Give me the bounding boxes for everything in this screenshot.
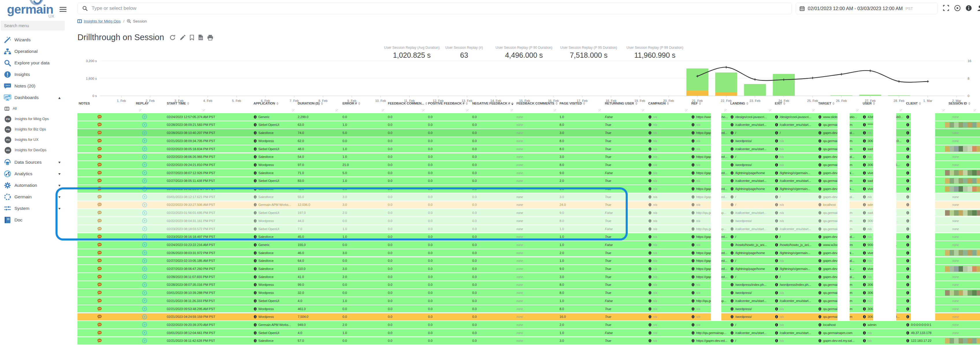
note-icon[interactable] <box>97 153 106 161</box>
filter-resize-handle[interactable] <box>974 109 976 111</box>
column-header-feedback-commen-[interactable]: FEEDBACK COMMEN... <box>388 101 428 105</box>
chevron-up-icon[interactable]: ▲ <box>57 96 61 100</box>
sidebar-item-automation[interactable]: Automation▼ <box>0 180 65 191</box>
sidebar-item-operational[interactable]: Operational <box>0 46 65 57</box>
bookmark-icon[interactable] <box>189 35 194 40</box>
filter-resize-handle[interactable] <box>139 109 141 111</box>
sidebar-item-data-sources[interactable]: Data Sources▼ <box>0 157 65 168</box>
note-icon[interactable] <box>97 265 106 272</box>
note-icon[interactable] <box>97 233 106 241</box>
sort-arrows-icon[interactable] <box>832 102 835 105</box>
sort-arrows-icon[interactable] <box>783 102 786 105</box>
replay-icon[interactable] <box>142 209 151 217</box>
chevron-down-icon[interactable]: ▼ <box>57 160 61 164</box>
session-table-row[interactable]: 02/21/2023 08:11:42.628 PM PSTSalesforce… <box>78 337 980 345</box>
replay-icon[interactable] <box>142 201 151 209</box>
filter-resize-handle[interactable] <box>899 109 902 111</box>
replay-icon[interactable] <box>142 161 151 169</box>
chevron-down-icon[interactable]: ▼ <box>57 172 61 176</box>
note-icon[interactable] <box>97 257 106 265</box>
sort-arrows-icon[interactable] <box>187 102 189 105</box>
filter-resize-handle[interactable] <box>511 109 513 111</box>
user-icon[interactable] <box>977 5 980 11</box>
note-icon[interactable] <box>97 321 106 329</box>
sort-arrows-icon[interactable] <box>699 102 701 105</box>
replay-icon[interactable] <box>142 273 151 281</box>
filter-resize-handle[interactable] <box>685 109 687 111</box>
column-header-feedback-comments[interactable]: FEEDBACK COMMENTS <box>517 101 558 105</box>
chevron-down-icon[interactable]: ▼ <box>57 207 61 210</box>
filter-resize-handle[interactable] <box>202 109 205 111</box>
replay-icon[interactable] <box>142 265 151 272</box>
note-icon[interactable] <box>97 129 106 136</box>
play-button[interactable] <box>954 5 961 11</box>
column-header-negative-feedback-[interactable]: NEGATIVE FEEDBACK # <box>472 101 514 105</box>
replay-icon[interactable] <box>142 121 151 129</box>
note-icon[interactable] <box>97 297 106 305</box>
sort-arrows-icon[interactable] <box>635 102 638 105</box>
csv-export-icon[interactable]: CSV <box>198 34 203 40</box>
menu-search[interactable] <box>1 21 65 31</box>
filter-resize-handle[interactable] <box>724 109 727 111</box>
column-header-application[interactable]: APPLICATION <box>253 101 278 105</box>
column-header-ref[interactable]: REF <box>691 101 701 105</box>
replay-icon[interactable] <box>142 249 151 256</box>
replay-icon[interactable] <box>142 129 151 136</box>
replay-icon[interactable] <box>142 169 151 177</box>
note-icon[interactable] <box>97 249 106 256</box>
sort-arrows-icon[interactable] <box>276 102 278 105</box>
session-table-row[interactable]: 03/01/2023 08:12:04.661 PM PSTSiebel Ope… <box>78 329 980 337</box>
replay-icon[interactable] <box>142 305 151 313</box>
date-range-picker[interactable]: 02/01/2023 12:00 AM - 03/03/2023 12:00 A… <box>795 3 938 14</box>
column-header-duration-s-[interactable]: DURATION (S) <box>298 101 323 105</box>
global-search-input[interactable] <box>91 5 757 11</box>
filter-resize-handle[interactable] <box>942 109 945 111</box>
note-icon[interactable] <box>97 217 106 225</box>
session-table-row[interactable]: 02/22/2023 09:20:39.370 AM PSTGermain AP… <box>78 321 980 329</box>
note-icon[interactable] <box>97 185 106 193</box>
sort-arrows-icon[interactable] <box>873 102 875 105</box>
note-icon[interactable] <box>97 273 106 281</box>
note-icon[interactable] <box>97 225 106 233</box>
filter-resize-handle[interactable] <box>466 109 468 111</box>
refresh-icon[interactable] <box>169 34 176 41</box>
replay-icon[interactable] <box>142 233 151 241</box>
note-icon[interactable] <box>97 145 106 153</box>
note-icon[interactable] <box>97 137 106 145</box>
replay-icon[interactable] <box>142 145 151 153</box>
note-icon[interactable] <box>97 329 106 337</box>
sidebar-subitem-insights-for-biz-ops[interactable]: IFBInsights for Biz Ops <box>0 124 65 135</box>
note-icon[interactable] <box>97 281 106 289</box>
hamburger-menu-icon[interactable] <box>59 7 67 12</box>
note-icon[interactable] <box>97 289 106 296</box>
note-icon[interactable] <box>97 305 106 313</box>
filter-resize-handle[interactable] <box>554 109 556 111</box>
column-header-start-time[interactable]: START TIME <box>167 101 189 105</box>
sort-arrows-icon[interactable] <box>511 102 514 105</box>
note-icon[interactable] <box>97 313 106 321</box>
replay-icon[interactable] <box>142 113 151 121</box>
note-icon[interactable] <box>97 121 106 129</box>
filter-resize-handle[interactable] <box>812 109 815 111</box>
sort-arrows-icon[interactable] <box>358 102 360 105</box>
sort-arrows-icon[interactable] <box>555 102 558 105</box>
replay-icon[interactable] <box>142 329 151 337</box>
filter-resize-handle[interactable] <box>769 109 772 111</box>
sidebar-item-germain[interactable]: Germain▼ <box>0 191 65 203</box>
replay-icon[interactable] <box>142 281 151 289</box>
sidebar-subitem-insights-for-ux[interactable]: IFUInsights for UX <box>0 135 65 145</box>
breadcrumb-dashboard-link[interactable]: Insights for Mktg Ops <box>84 19 121 24</box>
column-header-error-[interactable]: ERROR # <box>342 101 360 105</box>
column-header-notes[interactable]: NOTES <box>79 101 90 105</box>
column-header-page-visited[interactable]: PAGE VISITED <box>560 101 585 105</box>
filter-resize-handle[interactable] <box>292 109 294 111</box>
filter-resize-handle[interactable] <box>856 109 859 111</box>
edit-pencil-icon[interactable] <box>180 35 186 40</box>
replay-icon[interactable] <box>142 257 151 265</box>
column-header-user[interactable]: USER <box>863 101 875 105</box>
sort-arrows-icon[interactable] <box>746 102 749 105</box>
sidebar-item-dashboards[interactable]: Dashboards▲ <box>0 92 65 103</box>
sidebar-item-insights[interactable]: Insights <box>0 69 65 80</box>
sidebar-item-analytics[interactable]: Analytics▼ <box>0 168 65 180</box>
filter-resize-handle[interactable] <box>598 109 601 111</box>
